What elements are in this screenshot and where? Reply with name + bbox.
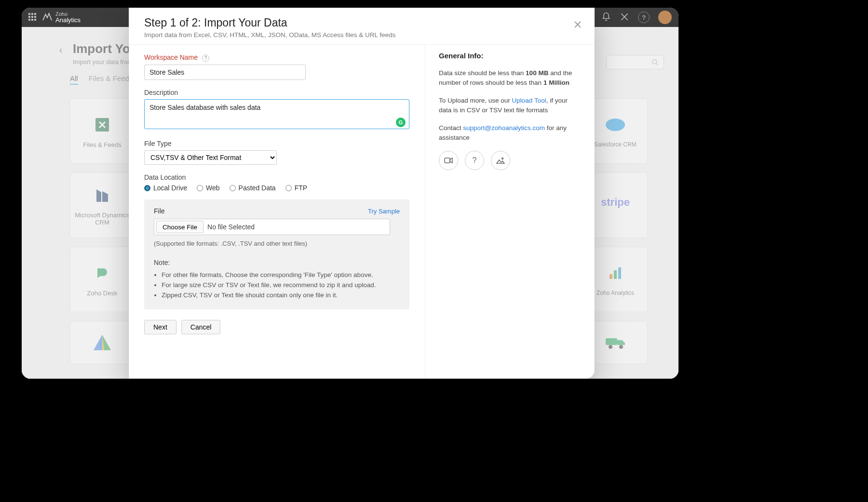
description-textarea[interactable]: Store Sales database with sales data — [144, 99, 409, 129]
brand[interactable]: Zoho Analytics — [42, 12, 81, 23]
user-avatar[interactable] — [658, 11, 672, 24]
try-sample-link[interactable]: Try Sample — [368, 208, 400, 215]
brand-bottom: Analytics — [55, 17, 81, 23]
workspace-name-label: Workspace Name ? — [144, 53, 409, 62]
file-label: File — [154, 207, 165, 215]
question-icon[interactable]: ? — [465, 151, 484, 170]
tools-icon[interactable] — [620, 12, 629, 23]
svg-point-10 — [502, 158, 503, 159]
radio-local-drive[interactable]: Local Drive — [144, 184, 187, 192]
supported-formats: (Supported file formats: .CSV, .TSV and … — [154, 240, 400, 247]
info-heading: General Info: — [439, 52, 581, 60]
bell-icon[interactable] — [601, 12, 611, 23]
file-type-label: File Type — [144, 140, 409, 147]
file-panel: File Try Sample Choose File No file Sele… — [144, 199, 409, 309]
info-size: Data size should be less than 100 MB and… — [439, 68, 581, 87]
radio-ftp[interactable]: FTP — [285, 184, 307, 192]
svg-rect-9 — [445, 158, 450, 163]
modal-subtitle: Import data from Excel, CSV, HTML, XML, … — [144, 31, 579, 39]
data-location-label: Data Location — [144, 173, 409, 181]
video-icon[interactable] — [439, 151, 458, 170]
cancel-button[interactable]: Cancel — [181, 320, 221, 334]
next-button[interactable]: Next — [144, 320, 176, 334]
help-icon[interactable]: ? — [638, 12, 650, 23]
modal-title: Step 1 of 2: Import Your Data — [144, 16, 579, 29]
note-item: For large size CSV or TSV or Text file, … — [162, 281, 400, 289]
file-status: No file Selected — [205, 223, 255, 231]
note-item: For other file formats, Choose the corre… — [162, 271, 400, 278]
description-label: Description — [144, 89, 409, 96]
support-email-link[interactable]: support@zohoanalytics.com — [463, 124, 545, 132]
file-type-select[interactable]: CSV,TSV & Other Text Format — [144, 150, 277, 165]
workspace-name-input[interactable] — [144, 65, 306, 80]
note-list: For other file formats, Choose the corre… — [162, 271, 400, 299]
radio-web[interactable]: Web — [197, 184, 220, 192]
close-icon[interactable] — [571, 18, 584, 31]
radio-pasted-data[interactable]: Pasted Data — [230, 184, 276, 192]
choose-file-button[interactable]: Choose File — [156, 221, 203, 233]
file-input[interactable]: Choose File No file Selected — [154, 219, 390, 235]
note-title: Note: — [154, 259, 400, 266]
image-icon[interactable] — [491, 151, 510, 170]
help-icon[interactable]: ? — [202, 54, 209, 62]
info-contact: Contact support@zohoanalytics.com for an… — [439, 123, 581, 142]
import-modal: Step 1 of 2: Import Your Data Import dat… — [129, 8, 595, 379]
apps-grid-icon[interactable] — [28, 13, 37, 22]
upload-tool-link[interactable]: Upload Tool — [512, 97, 546, 104]
brand-logo-icon — [42, 13, 53, 23]
note-item: Zipped CSV, TSV or Text file should cont… — [162, 291, 400, 299]
grammarly-icon[interactable]: G — [396, 118, 406, 127]
info-upload-tool: To Upload more, use our Upload Tool, if … — [439, 96, 581, 115]
